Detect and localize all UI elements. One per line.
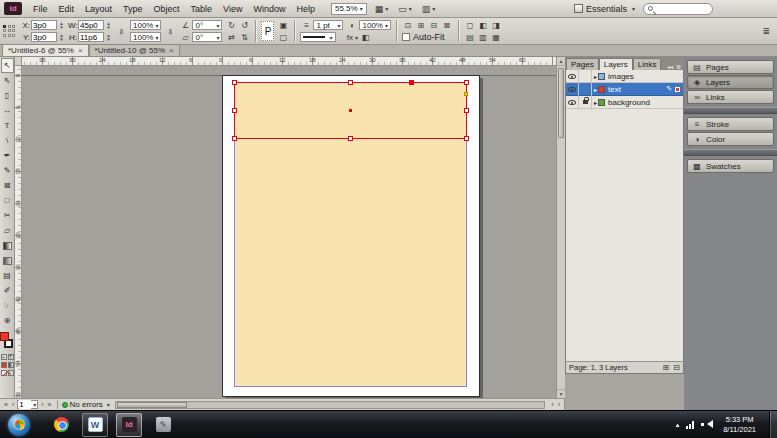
dock-button-links[interactable]: ∞ Links [687, 90, 774, 104]
dock-button-pages[interactable]: ▤ Pages [687, 60, 774, 74]
gap-tool[interactable]: ↔ [1, 103, 14, 118]
layer-row-background[interactable]: ▸ background [566, 96, 683, 109]
dock-group-separator[interactable] [684, 149, 777, 156]
layer-disclosure-icon[interactable]: ▸ [594, 99, 597, 106]
frame-options-button[interactable]: ▥ [477, 32, 489, 43]
frame-handle-middle-left[interactable] [232, 108, 237, 113]
layer-name[interactable]: background [608, 98, 650, 107]
effects-button[interactable]: fx [346, 32, 358, 43]
selected-items-proxy[interactable] [675, 87, 680, 92]
frame-handle-bottom-left[interactable] [232, 136, 237, 141]
frame-handle-top-center[interactable] [348, 80, 353, 85]
apply-none-button[interactable] [1, 370, 7, 376]
pen-tool[interactable]: ✒ [1, 148, 14, 163]
layer-disclosure-icon[interactable]: ▸ [594, 73, 597, 80]
search-field[interactable] [643, 3, 713, 15]
panel-tab-links[interactable]: Links [633, 58, 662, 70]
center-content-button[interactable]: ⊟ [428, 20, 440, 31]
live-corner-handle[interactable] [464, 92, 468, 96]
frame-handle-top-left[interactable] [232, 80, 237, 85]
menu-view[interactable]: View [218, 2, 247, 16]
page-number-field[interactable] [17, 400, 38, 409]
panel-menu-icon[interactable]: ≣ [676, 63, 681, 70]
frame-handle-bottom-right[interactable] [464, 136, 469, 141]
scroll-up-icon[interactable]: ▲ [557, 57, 565, 66]
rectangle-frame-tool[interactable]: ⊠ [1, 178, 14, 193]
layer-disclosure-icon[interactable]: ▸ [594, 86, 597, 93]
menu-table[interactable]: Table [186, 2, 218, 16]
frame-handle-top-right[interactable] [464, 80, 469, 85]
w-input[interactable] [78, 20, 104, 30]
start-button[interactable] [8, 414, 30, 436]
gradient-feather-tool[interactable] [1, 253, 14, 268]
eyedropper-tool[interactable]: ✐ [1, 283, 14, 298]
preflight-status-icon[interactable] [62, 402, 68, 408]
layer-visibility-toggle[interactable] [566, 96, 579, 109]
fill-color-swatch[interactable] [0, 332, 9, 341]
frame-handle-filled[interactable] [409, 80, 414, 85]
menu-type[interactable]: Type [118, 2, 148, 16]
scroll-left-icon[interactable]: ‹ [550, 401, 554, 408]
scale-y-select[interactable]: 100% [130, 32, 161, 42]
last-page-button[interactable]: » [47, 401, 53, 408]
show-desktop-button[interactable] [769, 411, 777, 438]
hand-tool[interactable]: ☞ [1, 298, 14, 313]
layer-name[interactable]: text [608, 85, 621, 94]
scroll-right-icon[interactable]: › [557, 401, 561, 408]
horizontal-scroll-thumb[interactable] [117, 402, 187, 408]
x-input[interactable] [31, 20, 57, 30]
layer-lock-toggle[interactable] [579, 96, 592, 109]
fit-content-to-frame-button[interactable]: ⊡ [402, 20, 414, 31]
free-transform-tool[interactable]: ▱ [1, 223, 14, 238]
dock-button-color[interactable]: ◑ Color [687, 132, 774, 146]
line-tool[interactable]: \ [1, 133, 14, 148]
select-content-button[interactable]: ▢ [277, 32, 289, 43]
layer-name[interactable]: images [608, 72, 634, 81]
selection-tool[interactable]: ↖ [1, 58, 14, 73]
view-options-button[interactable]: ▦ [373, 4, 391, 14]
taskbar-indesign-button[interactable]: Id [116, 413, 142, 437]
y-stepper[interactable] [58, 32, 65, 42]
opacity-select[interactable]: 100% [359, 20, 390, 30]
scroll-down-icon[interactable]: ▼ [557, 389, 565, 398]
select-container-button[interactable]: ▣ [277, 20, 289, 31]
panel-tab-layers[interactable]: Layers [599, 58, 633, 70]
arrange-documents-button[interactable]: ▥ [420, 4, 438, 14]
ruler-origin-corner[interactable] [15, 57, 22, 66]
zoom-tool[interactable]: ⊕ [1, 313, 14, 328]
x-stepper[interactable] [58, 20, 65, 30]
apply-gradient-button[interactable] [8, 362, 14, 368]
frame-handle-middle-right[interactable] [464, 108, 469, 113]
horizontal-ruler[interactable]: 36 30 24 18 12 6 0 6 12 18 24 30 36 42 4… [22, 57, 556, 66]
rectangle-tool[interactable]: □ [1, 193, 14, 208]
apply-color-button[interactable] [1, 362, 7, 368]
direct-selection-tool[interactable]: ⇖ [1, 73, 14, 88]
volume-icon[interactable] [701, 420, 710, 429]
frame-handle-bottom-center[interactable] [348, 136, 353, 141]
stroke-weight-select[interactable]: 1 pt [313, 20, 343, 30]
fill-frame-proportionally-button[interactable]: ⊠ [441, 20, 453, 31]
dock-button-swatches[interactable]: ▩ Swatches [687, 159, 774, 173]
stroke-type-select[interactable] [300, 32, 335, 42]
taskbar-chrome-button[interactable] [48, 413, 74, 437]
formatting-affects-container-button[interactable]: ▪ [1, 354, 7, 360]
rotation-angle-select[interactable]: 0° [192, 20, 222, 30]
formatting-affects-text-button[interactable]: T [8, 354, 14, 360]
shear-angle-select[interactable]: 0° [192, 32, 222, 42]
h-input[interactable] [78, 32, 104, 42]
control-panel-menu-icon[interactable]: ≣ [758, 26, 774, 36]
flip-horizontal-button[interactable]: ⇄ [225, 32, 237, 43]
collapse-panel-group-icon[interactable]: ◂◂ [667, 63, 673, 70]
vertical-ruler[interactable]: 0 6 12 18 24 30 36 42 48 54 60 [15, 66, 22, 398]
rotate-90-cw-button[interactable]: ↻ [225, 20, 237, 31]
menu-window[interactable]: Window [248, 2, 290, 16]
constrain-scale-icon[interactable]: ∞ [165, 25, 176, 37]
taskbar-app-button[interactable]: ✎ [150, 413, 176, 437]
drop-shadow-button[interactable]: ◧ [359, 32, 371, 43]
page-tool[interactable]: ▯ [1, 88, 14, 103]
layer-row-text[interactable]: ▸ text ✎ [566, 83, 683, 96]
auto-fit-checkbox[interactable] [402, 33, 410, 41]
taskbar-word-button[interactable]: W [82, 413, 108, 437]
scissors-tool[interactable]: ✂ [1, 208, 14, 223]
dock-button-stroke[interactable]: ≡ Stroke [687, 117, 774, 131]
